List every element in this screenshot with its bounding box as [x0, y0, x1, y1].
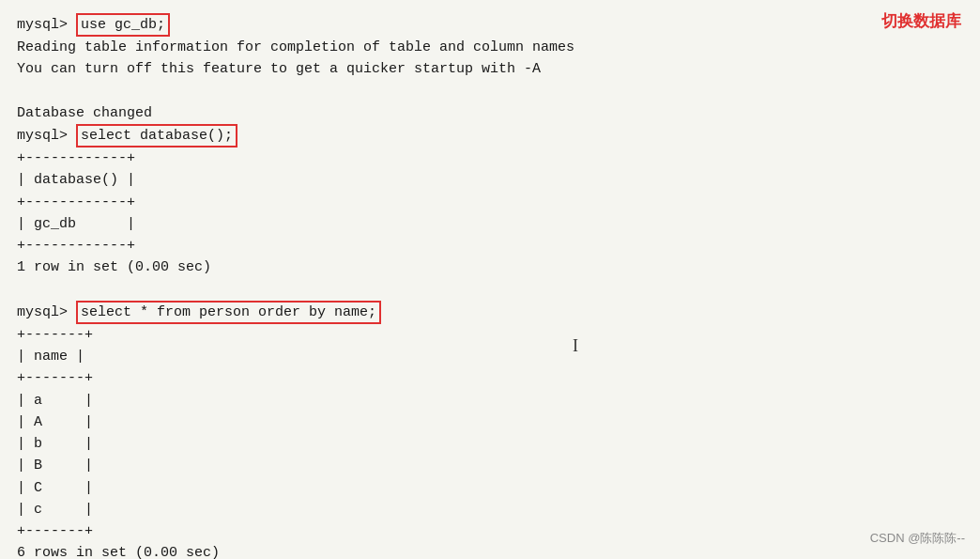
- cmd-use-db: use gc_db;: [76, 13, 170, 37]
- line-blank-2: [17, 279, 963, 301]
- line-table-border-3: +------------+: [17, 235, 963, 256]
- line-select-person: mysql> select * from person order by nam…: [17, 301, 963, 324]
- text-turnoff: You can turn off this feature to get a q…: [17, 58, 541, 80]
- line-person-row-c: | c |: [17, 499, 963, 520]
- line-person-row-a: | a |: [17, 390, 963, 411]
- line-1: mysql> use gc_db;: [17, 13, 963, 37]
- line-2: Reading table information for completion…: [17, 37, 963, 58]
- annotation-switch-db: 切换数据库: [881, 9, 961, 34]
- prompt-3: mysql>: [17, 302, 76, 323]
- line-row-count-1: 1 row in set (0.00 sec): [17, 256, 963, 278]
- cursor: I: [573, 334, 578, 360]
- text-db-changed: Database changed: [17, 102, 152, 124]
- line-person-border-3: +-------+: [17, 520, 963, 542]
- cmd-select-database: select database();: [76, 124, 237, 148]
- line-person-border-1: +-------+: [17, 324, 963, 346]
- line-table-value: | gc_db |: [17, 213, 963, 235]
- line-select-db: mysql> select database();: [17, 124, 963, 148]
- terminal: mysql> use gc_db; Reading table informat…: [0, 0, 980, 559]
- line-3: You can turn off this feature to get a q…: [17, 58, 963, 80]
- text-reading: Reading table information for completion…: [17, 37, 574, 58]
- prompt-1: mysql>: [17, 14, 76, 36]
- line-blank-1: [17, 81, 963, 102]
- line-person-row-B: | B |: [17, 455, 963, 476]
- line-table-border-2: +------------+: [17, 192, 963, 213]
- line-row-count-6: 6 rows in set (0.00 sec): [17, 542, 963, 559]
- watermark: CSDN @陈陈陈--: [870, 529, 965, 548]
- line-person-header: | name |: [17, 346, 963, 367]
- prompt-2: mysql>: [17, 125, 76, 147]
- line-db-changed: Database changed: [17, 102, 963, 124]
- cmd-select-person: select * from person order by name;: [76, 301, 381, 324]
- line-person-row-C: | C |: [17, 477, 963, 499]
- line-person-row-b: | b |: [17, 433, 963, 455]
- line-table-header: | database() |: [17, 169, 963, 191]
- line-person-row-A: | A |: [17, 411, 963, 433]
- line-person-border-2: +-------+: [17, 367, 963, 389]
- line-table-border-1: +------------+: [17, 148, 963, 169]
